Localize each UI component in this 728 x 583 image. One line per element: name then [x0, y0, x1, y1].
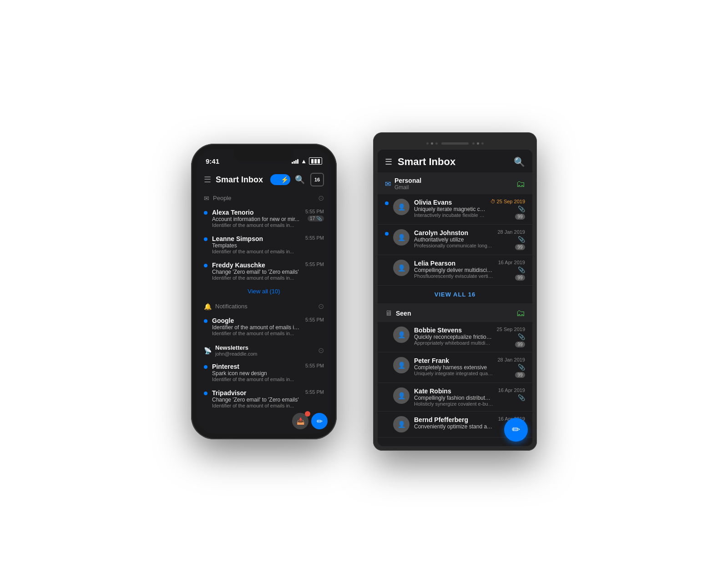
email-preview: Identifier of the amount of emails in... — [212, 377, 301, 382]
sender-name: Tripadvisor — [212, 389, 301, 397]
notifications-check-icon[interactable]: ⊙ — [318, 302, 324, 311]
sender-name: Bobbie Stevens — [414, 327, 492, 334]
phone2-top-bar — [378, 137, 532, 150]
read-dot — [385, 390, 389, 394]
newsletter-icon: 📡 — [204, 347, 212, 354]
sender-name: Google — [212, 317, 301, 324]
personal-email-icon: ✉ — [385, 180, 391, 188]
phone2-device: ☰ Smart Inbox 🔍 ✉ Personal Gmail 🗂 — [373, 132, 537, 451]
attachment-icon: 📎 — [518, 333, 525, 340]
sender-name: Peter Frank — [414, 357, 493, 364]
email-subject: Account information for new or mir... — [212, 216, 301, 222]
sender-name: Pinterest — [212, 363, 301, 370]
email-item-pinterest[interactable]: Pinterest Spark icon new design Identifi… — [197, 359, 331, 386]
newsletters-check-icon[interactable]: ⊙ — [318, 346, 324, 355]
email-meta-kate: 16 Apr 2019 📎 — [498, 387, 525, 401]
phone1-notch — [234, 149, 293, 162]
email-preview: Phosfluorescently evisculate vertical... — [414, 273, 494, 279]
seen-archive-icon[interactable]: 🗂 — [516, 308, 525, 318]
phone2-search-icon[interactable]: 🔍 — [514, 156, 525, 167]
page: 9:41 ▲ ▮▮▮ ☰ Smart Inbox ⚡ — [0, 0, 728, 583]
view-all-personal[interactable]: VIEW ALL 16 — [378, 286, 532, 303]
email-item-freddy[interactable]: Freddy Kauschke Change 'Zero email' to '… — [197, 258, 331, 284]
newsletters-section-header: 📡 Newsletters john@readdle.com ⊙ — [197, 340, 331, 359]
unread-dot — [204, 365, 207, 369]
email-count-badge: 99 — [515, 372, 525, 378]
unread-dot — [204, 211, 207, 215]
people-check-icon[interactable]: ⊙ — [318, 194, 324, 202]
read-dot — [385, 262, 389, 266]
battery-icon: ▮▮▮ — [309, 157, 322, 165]
unread-dot — [385, 201, 389, 205]
compose-icon: ✏ — [512, 424, 520, 436]
unread-dot — [204, 392, 207, 395]
email-item-kate[interactable]: 👤 Kate Robins Compellingly fashion distr… — [378, 383, 532, 412]
sender-name: Kate Robins — [414, 387, 494, 395]
camera-dots — [426, 142, 438, 145]
personal-section-bar: ✉ Personal Gmail 🗂 — [378, 172, 532, 194]
email-preview: Interactively incubate flexible niche m.… — [414, 212, 486, 218]
email-time: 5:55 PM — [305, 209, 324, 214]
compose-fab-phone2[interactable]: ✏ — [504, 418, 528, 442]
email-preview: Identifier of the amount of emails in... — [212, 222, 301, 228]
email-time: 5:55 PM — [305, 389, 324, 395]
read-dot — [385, 419, 389, 422]
email-item-alexa[interactable]: Alexa Tenorio Account information for ne… — [197, 205, 331, 231]
email-subject: Authoritatively utilize — [414, 236, 493, 243]
personal-sub: Gmail — [394, 184, 512, 191]
email-subject: Compellingly fashion distributed servi..… — [414, 395, 494, 401]
email-count-badge: 99 — [515, 342, 525, 347]
wifi-icon: ▲ — [301, 158, 307, 165]
calendar-badge[interactable]: 16 — [310, 173, 324, 186]
email-item-carolyn[interactable]: 👤 Carolyn Johnston Authoritatively utili… — [378, 225, 532, 255]
email-body-carolyn: Carolyn Johnston Authoritatively utilize… — [414, 229, 493, 248]
email-subject: Templates — [212, 242, 301, 249]
read-dot — [385, 329, 389, 333]
email-item-bobbie[interactable]: 👤 Bobbie Stevens Quickly reconceptualize… — [378, 322, 532, 352]
email-item-lelia[interactable]: 👤 Lelia Pearson Compellingly deliver mul… — [378, 255, 532, 286]
notifications-label: Notifications — [215, 303, 314, 310]
status-icons: ▲ ▮▮▮ — [292, 157, 322, 165]
attachment-icon: 📎 — [518, 206, 525, 212]
email-time: 5:55 PM — [305, 261, 324, 267]
search-icon[interactable]: 🔍 — [295, 175, 305, 185]
email-item-peter[interactable]: 👤 Peter Frank Completely harness extensi… — [378, 352, 532, 383]
phone2-header: ☰ Smart Inbox 🔍 — [378, 150, 532, 172]
email-date: 28 Jan 2019 — [497, 229, 525, 235]
attachment-icon: 📎 — [518, 266, 525, 273]
email-body-bobbie: Bobbie Stevens Quickly reconceptualize f… — [414, 327, 492, 346]
view-all-people[interactable]: View all (10) — [197, 284, 331, 298]
email-item-tripadvisor[interactable]: Tripadvisor Change 'Zero email' to 'Zero… — [197, 386, 331, 411]
unread-dot — [204, 264, 207, 267]
email-subject: Change 'Zero email' to 'Zero emails' — [212, 269, 301, 275]
header-icons: 🔍 16 — [295, 173, 324, 186]
email-item-leanne[interactable]: Leanne Simpson Templates Identifier of t… — [197, 231, 331, 258]
email-count-badge: 99 — [515, 214, 525, 220]
status-time: 9:41 — [206, 157, 219, 165]
people-section-header: ✉ People ⊙ — [197, 190, 331, 205]
email-item-google[interactable]: Google Identifier of the amount of email… — [197, 313, 331, 340]
personal-section-text: Personal Gmail — [394, 177, 512, 191]
personal-archive-icon[interactable]: 🗂 — [516, 179, 525, 189]
notification-badge — [305, 411, 310, 417]
menu-icon[interactable]: ☰ — [204, 175, 211, 185]
email-meta-olivia: ⏱ 25 Sep 2019 📎 99 — [490, 199, 525, 220]
email-body: Google Identifier of the amount of email… — [212, 317, 301, 336]
avatar-bobbie: 👤 — [393, 327, 410, 343]
phone2-menu-icon[interactable]: ☰ — [385, 157, 392, 167]
sender-name: Alexa Tenorio — [212, 209, 301, 216]
email-subject: Change 'Zero email' to 'Zero emails' — [212, 397, 301, 403]
compose-fab[interactable]: ✏ — [311, 413, 328, 429]
phone2-title: Smart Inbox — [398, 156, 508, 168]
email-preview: Holisticly synergize covalent e-busine..… — [414, 401, 494, 407]
speaker — [441, 142, 469, 145]
sender-name: Leanne Simpson — [212, 235, 301, 242]
email-subject: Conveniently optimize stand alone e... — [414, 423, 494, 430]
unread-dot — [204, 237, 207, 241]
smart-inbox-toggle[interactable]: ⚡ — [270, 174, 290, 185]
email-item-olivia[interactable]: 👤 Olivia Evans Uniquely iterate magnetic… — [378, 194, 532, 225]
archive-fab[interactable]: 📥 — [292, 413, 308, 429]
email-subject: Identifier of the amount of emails in a … — [212, 324, 301, 331]
seen-section-bar: 🖥 Seen 🗂 — [378, 303, 532, 322]
email-meta-peter: 28 Jan 2019 📎 99 — [497, 357, 525, 378]
